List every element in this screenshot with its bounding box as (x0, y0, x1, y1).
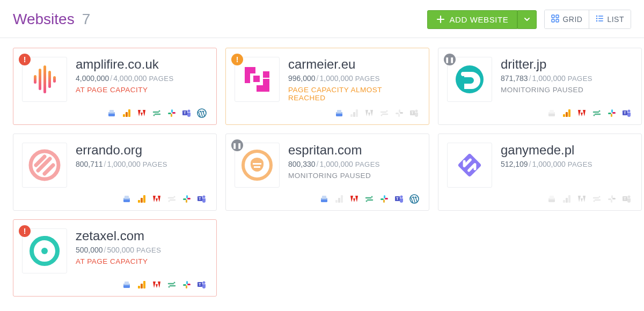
teams-integration-icon: T (394, 194, 404, 204)
svg-rect-86 (253, 163, 261, 165)
svg-rect-48 (400, 112, 403, 114)
view-grid-button[interactable]: GRID (545, 10, 589, 28)
svg-rect-63 (608, 113, 611, 114)
card-body: ganymede.pl 512,109/1,000,000 PAGES (447, 143, 632, 188)
adobe-integration-icon (577, 108, 587, 118)
gsc-integration-icon (107, 108, 116, 118)
adobe-integration-icon (349, 194, 359, 204)
add-website-dropdown[interactable] (517, 10, 537, 29)
svg-rect-1 (556, 15, 559, 18)
pages-line: 996,000/1,000,000 PAGES (288, 74, 419, 83)
alert-badge: ! (19, 225, 31, 237)
svg-rect-32 (245, 67, 250, 83)
svg-rect-90 (322, 196, 326, 198)
pages-max: 500,000 (107, 246, 135, 254)
teams-integration-icon: T (197, 280, 207, 290)
svg-rect-36 (263, 79, 269, 92)
slack-integration-icon (182, 194, 192, 204)
svg-text:T: T (199, 283, 201, 286)
status-text: AT PAGE CAPACITY (76, 257, 207, 265)
website-card[interactable]: errando.org 800,711/1,000,000 PAGES T (13, 134, 217, 211)
card-info: espritan.com 800,330/1,000,000 PAGES MON… (288, 143, 419, 188)
add-website-button[interactable]: ADD WEBSITE (427, 10, 517, 29)
adobe-integration-icon (577, 194, 587, 204)
website-card[interactable]: ! carmeier.eu 996,000/1,000,000 PAGES PA… (225, 48, 429, 125)
site-name: errando.org (76, 143, 207, 158)
slack-integration-icon (607, 108, 617, 118)
pages-label: PAGES (568, 160, 592, 168)
website-card[interactable]: ganymede.pl 512,109/1,000,000 PAGES T (438, 134, 642, 211)
segment-integration-icon (364, 194, 374, 204)
view-list-button[interactable]: LIST (589, 10, 631, 28)
segment-integration-icon (592, 194, 602, 204)
svg-rect-33 (253, 76, 260, 82)
segment-integration-icon (592, 108, 602, 118)
segment-integration-icon (379, 108, 389, 118)
svg-rect-23 (171, 109, 173, 113)
card-info: errando.org 800,711/1,000,000 PAGES (76, 143, 207, 188)
page-header: Websites 7 ADD WEBSITE GRID (0, 0, 644, 38)
pages-line: 800,330/1,000,000 PAGES (288, 160, 419, 168)
pages-max: 1,000,000 (532, 160, 566, 168)
website-card[interactable]: ❚❚ espritan.com 800,330/1,000,000 PAGES … (225, 134, 429, 211)
svg-text:T: T (396, 197, 399, 201)
pages-label: PAGES (568, 75, 592, 83)
gsc-integration-icon (547, 194, 557, 204)
integration-row: T (22, 194, 207, 204)
card-body: espritan.com 800,330/1,000,000 PAGES MON… (235, 143, 419, 188)
teams-integration-icon: T (622, 194, 632, 204)
svg-rect-80 (186, 199, 187, 203)
svg-point-137 (203, 282, 206, 284)
svg-rect-9 (598, 20, 603, 21)
ga-integration-icon (562, 194, 572, 204)
gsc-integration-icon (319, 194, 329, 204)
website-card[interactable]: ! zetaxel.com 500,000/500,000 PAGES AT P… (13, 219, 217, 297)
plus-icon (436, 15, 445, 24)
pages-label: PAGES (149, 75, 173, 83)
card-body: zetaxel.com 500,000/500,000 PAGES AT PAG… (22, 228, 207, 273)
site-name: amplifire.co.uk (76, 57, 207, 72)
pages-label: PAGES (143, 160, 167, 168)
website-card[interactable]: ❚❚ dritter.jp 871,783/1,000,000 PAGES MO… (438, 48, 642, 125)
segment-integration-icon (152, 108, 162, 118)
svg-rect-25 (171, 114, 172, 117)
integration-row: T (235, 194, 419, 204)
svg-rect-42 (356, 109, 358, 117)
grid-icon (551, 14, 559, 24)
ga-integration-icon (137, 194, 147, 204)
list-icon (596, 14, 604, 24)
segment-integration-icon (167, 194, 177, 204)
pages-current: 871,783 (501, 74, 528, 83)
svg-point-21 (159, 110, 160, 112)
pause-badge: ❚❚ (231, 139, 243, 151)
adobe-integration-icon (152, 194, 162, 204)
svg-rect-13 (48, 71, 51, 88)
pages-current: 4,000,000 (76, 74, 109, 83)
svg-rect-109 (566, 198, 568, 203)
pages-label: PAGES (136, 246, 161, 254)
svg-rect-115 (611, 199, 612, 203)
pages-max: 1,000,000 (107, 160, 141, 168)
svg-rect-2 (552, 19, 554, 22)
pages-current: 500,000 (76, 246, 103, 254)
slack-integration-icon (167, 108, 177, 118)
gsc-integration-icon (122, 194, 131, 204)
teams-integration-icon: T (182, 108, 192, 118)
website-card[interactable]: ! amplifire.co.uk 4,000,000/4,000,000 PA… (13, 48, 217, 125)
card-body: errando.org 800,711/1,000,000 PAGES (22, 143, 207, 188)
svg-rect-99 (385, 198, 388, 199)
svg-rect-18 (123, 114, 125, 117)
wordpress-integration-icon (409, 194, 419, 204)
svg-point-61 (594, 115, 595, 116)
pages-line: 4,000,000/4,000,000 PAGES (76, 74, 207, 83)
svg-rect-93 (341, 195, 343, 203)
gsc-integration-icon (334, 108, 344, 118)
svg-rect-126 (138, 286, 140, 288)
site-name: ganymede.pl (501, 143, 632, 158)
svg-rect-131 (186, 281, 188, 284)
svg-text:T: T (199, 197, 201, 201)
gsc-integration-icon (547, 108, 557, 118)
svg-rect-125 (125, 282, 129, 284)
pages-label: PAGES (355, 75, 380, 83)
integration-row: T (22, 108, 207, 118)
